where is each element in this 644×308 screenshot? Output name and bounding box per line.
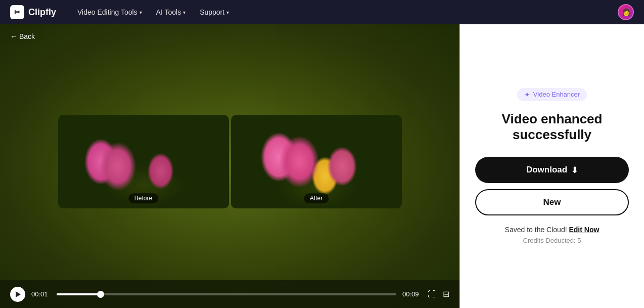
logo[interactable]: ✂ Clipfly [10, 5, 56, 19]
time-total: 00:09 [402, 290, 422, 298]
control-icons: ⛶ ⊟ [428, 289, 449, 299]
right-panel: ✦ Video Enhancer Video enhanced successf… [459, 24, 644, 308]
after-label: After [304, 193, 329, 203]
logo-text: Clipfly [28, 7, 56, 18]
header: ✂ Clipfly Video Editing Tools ▾ AI Tools… [0, 0, 644, 24]
split-view-icon[interactable]: ⊟ [443, 289, 449, 299]
chevron-icon: ▾ [226, 10, 229, 15]
edit-now-link[interactable]: Edit Now [569, 226, 599, 234]
chevron-icon: ▾ [140, 10, 142, 15]
chevron-icon: ▾ [183, 10, 186, 15]
back-button[interactable]: ← Back [10, 32, 35, 40]
main: ← Back Before After 00:01 [0, 24, 644, 308]
avatar[interactable]: 👩 [618, 4, 634, 20]
nav: Video Editing Tools ▾ AI Tools ▾ Support… [71, 5, 603, 19]
success-title: Video enhanced successfully [475, 111, 629, 143]
progress-fill [57, 293, 101, 295]
fullscreen-icon[interactable]: ⛶ [428, 290, 436, 299]
video-panel: ← Back Before After 00:01 [0, 24, 459, 308]
before-frame: Before [58, 115, 229, 208]
play-icon [16, 291, 21, 297]
badge-text: Video Enhancer [533, 91, 580, 98]
logo-icon: ✂ [10, 5, 24, 19]
badge-icon: ✦ [524, 91, 530, 99]
before-label: Before [128, 193, 158, 203]
progress-thumb [97, 291, 104, 298]
header-right: 👩 [618, 4, 634, 20]
time-current: 00:01 [31, 290, 51, 298]
badge: ✦ Video Enhancer [517, 88, 587, 101]
new-button[interactable]: New [475, 189, 629, 215]
nav-video-editing[interactable]: Video Editing Tools ▾ [71, 5, 148, 19]
credits-text: Credits Deducted: 5 [523, 237, 581, 244]
download-button[interactable]: Download ⬇ [475, 157, 629, 183]
controls-bar: 00:01 00:09 ⛶ ⊟ [0, 280, 459, 308]
saved-text: Saved to the Cloud! Edit Now [505, 226, 600, 234]
download-icon: ⬇ [571, 165, 578, 175]
comparison-container: Before After [58, 115, 402, 208]
after-frame: After [231, 115, 402, 208]
nav-support[interactable]: Support ▾ [194, 5, 235, 19]
play-button[interactable] [10, 287, 25, 302]
nav-ai-tools[interactable]: AI Tools ▾ [150, 5, 192, 19]
progress-bar[interactable] [57, 293, 396, 295]
